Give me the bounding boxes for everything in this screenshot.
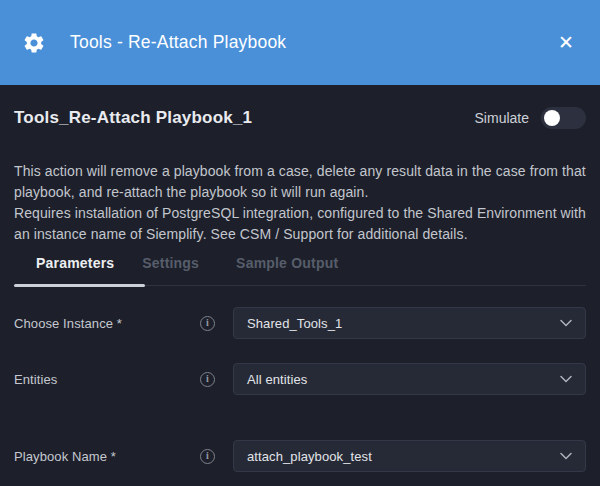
close-icon[interactable]: ✕ xyxy=(554,29,578,56)
action-title: Tools_Re-Attach Playbook_1 xyxy=(14,108,252,128)
field-row-choose-instance: Choose Instance * i Shared_Tools_1 xyxy=(14,307,586,339)
modal-title: Tools - Re-Attach Playbook xyxy=(70,32,554,53)
playbook-name-select[interactable]: attach_playbook_test xyxy=(233,440,586,472)
field-label: Entities xyxy=(14,372,200,387)
tab-sample-output[interactable]: Sample Output xyxy=(236,254,338,272)
field-label: Choose Instance * xyxy=(14,316,200,331)
simulate-control: Simulate xyxy=(475,107,586,129)
choose-instance-select[interactable]: Shared_Tools_1 xyxy=(233,307,586,339)
select-value: attach_playbook_test xyxy=(247,449,560,464)
modal-header: Tools - Re-Attach Playbook ✕ xyxy=(0,0,600,85)
modal-body: Tools_Re-Attach Playbook_1 Simulate This… xyxy=(0,106,600,472)
tab-settings[interactable]: Settings xyxy=(142,254,199,272)
description-line-1: This action will remove a playbook from … xyxy=(14,161,586,203)
action-description: This action will remove a playbook from … xyxy=(14,161,586,245)
tab-parameters[interactable]: Parameters xyxy=(36,254,114,272)
tab-bar: Parameters Settings Sample Output xyxy=(14,254,586,286)
action-configuration-modal: Tools - Re-Attach Playbook ✕ Tools_Re-At… xyxy=(0,0,600,486)
field-label: Playbook Name * xyxy=(14,449,200,464)
title-row: Tools_Re-Attach Playbook_1 Simulate xyxy=(14,106,586,130)
simulate-label: Simulate xyxy=(475,110,529,126)
toggle-knob xyxy=(544,110,560,126)
parameters-form: Choose Instance * i Shared_Tools_1 Entit… xyxy=(14,307,586,472)
active-tab-indicator xyxy=(14,284,145,287)
description-line-2: Requires installation of PostgreSQL inte… xyxy=(14,203,586,245)
info-icon[interactable]: i xyxy=(200,449,215,464)
chevron-down-icon xyxy=(560,319,572,327)
info-icon[interactable]: i xyxy=(200,372,215,387)
chevron-down-icon xyxy=(560,375,572,383)
chevron-down-icon xyxy=(560,452,572,460)
gear-icon xyxy=(22,31,46,55)
entities-select[interactable]: All entities xyxy=(233,363,586,395)
field-row-playbook-name: Playbook Name * i attach_playbook_test xyxy=(14,440,586,472)
simulate-toggle[interactable] xyxy=(541,107,586,129)
select-value: All entities xyxy=(247,372,560,387)
select-value: Shared_Tools_1 xyxy=(247,316,560,331)
field-row-entities: Entities i All entities xyxy=(14,363,586,395)
info-icon[interactable]: i xyxy=(200,316,215,331)
